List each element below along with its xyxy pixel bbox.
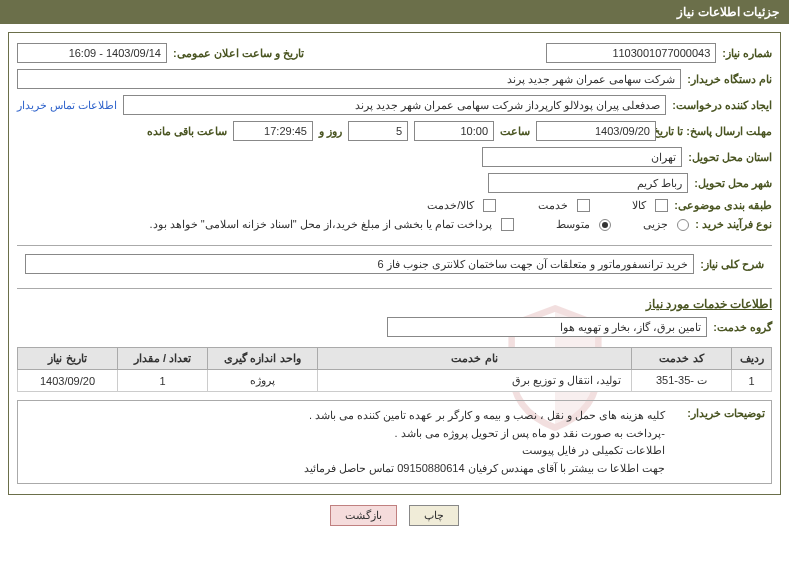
process-partial-label: جزیی <box>643 218 668 231</box>
checkbox-goods[interactable] <box>655 199 668 212</box>
need-no-label: شماره نیاز: <box>722 47 772 60</box>
need-no-value: 1103001077000043 <box>546 43 716 63</box>
checkbox-service[interactable] <box>577 199 590 212</box>
city-label: شهر محل تحویل: <box>694 177 772 190</box>
group-label: گروه خدمت: <box>713 321 772 334</box>
th-code: کد خدمت <box>632 348 732 370</box>
desc-label: شرح کلی نیاز: <box>700 258 764 271</box>
radio-partial[interactable] <box>677 219 689 231</box>
cat-goods-service-label: کالا/خدمت <box>427 199 474 212</box>
back-button[interactable]: بازگشت <box>330 505 397 526</box>
remaining-time: 17:29:45 <box>233 121 313 141</box>
deadline-date: 1403/09/20 <box>536 121 656 141</box>
announce-value: 1403/09/14 - 16:09 <box>17 43 167 63</box>
cell-name: تولید، انتقال و توزیع برق <box>318 370 632 392</box>
contact-link[interactable]: اطلاعات تماس خریدار <box>17 99 117 112</box>
requester-label: ایجاد کننده درخواست: <box>672 99 772 112</box>
category-label: طبقه بندی موضوعی: <box>674 199 772 212</box>
th-row: ردیف <box>732 348 772 370</box>
cell-code: ت -35-351 <box>632 370 732 392</box>
requester-value: صدفعلی پیران پودلالو کارپرداز شرکت سهامی… <box>123 95 666 115</box>
days-word: روز و <box>319 125 342 138</box>
checkbox-goods-service[interactable] <box>483 199 496 212</box>
deadline-time: 10:00 <box>414 121 494 141</box>
notes-text: کلیه هزینه های حمل و نقل ، نصب و بیمه و … <box>304 407 665 477</box>
buyer-label: نام دستگاه خریدار: <box>687 73 772 86</box>
process-label: نوع فرآیند خرید : <box>695 218 772 231</box>
cell-unit: پروژه <box>208 370 318 392</box>
cat-service-label: خدمت <box>538 199 568 212</box>
print-button[interactable]: چاپ <box>409 505 459 526</box>
payment-note: پرداخت تمام یا بخشی از مبلغ خرید،از محل … <box>150 218 493 231</box>
radio-medium[interactable] <box>599 219 611 231</box>
days-value: 5 <box>348 121 408 141</box>
province-label: استان محل تحویل: <box>688 151 772 164</box>
services-table: ردیف کد خدمت نام خدمت واحد اندازه گیری ت… <box>17 347 772 392</box>
process-medium-label: متوسط <box>556 218 590 231</box>
th-name: نام خدمت <box>318 348 632 370</box>
cell-qty: 1 <box>118 370 208 392</box>
buyer-value: شرکت سهامی عمران شهر جدید پرند <box>17 69 681 89</box>
cat-goods-label: کالا <box>632 199 646 212</box>
city-value: رباط کریم <box>488 173 688 193</box>
th-qty: تعداد / مقدار <box>118 348 208 370</box>
services-title: اطلاعات خدمات مورد نیاز <box>17 297 772 311</box>
announce-label: تاریخ و ساعت اعلان عمومی: <box>173 47 304 60</box>
cell-date: 1403/09/20 <box>18 370 118 392</box>
province-value: تهران <box>482 147 682 167</box>
th-unit: واحد اندازه گیری <box>208 348 318 370</box>
cell-row: 1 <box>732 370 772 392</box>
th-date: تاریخ نیاز <box>18 348 118 370</box>
group-value: تامین برق، گاز، بخار و تهویه هوا <box>387 317 707 337</box>
time-word: ساعت <box>500 125 530 138</box>
deadline-label: مهلت ارسال پاسخ: تا تاریخ: <box>662 125 772 138</box>
page-title: جزئیات اطلاعات نیاز <box>0 0 789 24</box>
remaining-word: ساعت باقی مانده <box>147 125 227 138</box>
table-row: 1 ت -35-351 تولید، انتقال و توزیع برق پر… <box>18 370 772 392</box>
desc-text: خرید ترانسفورماتور و متعلقات آن جهت ساخت… <box>25 254 694 274</box>
notes-label: توضیحات خریدار: <box>665 407 765 420</box>
checkbox-payment[interactable] <box>501 218 514 231</box>
